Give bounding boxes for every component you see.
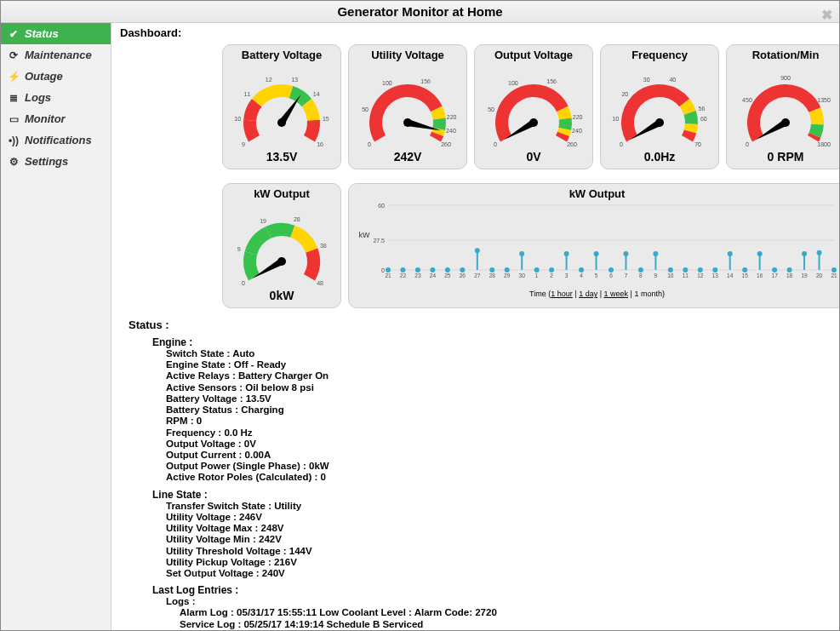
sidebar-item-label: Notifications (25, 134, 92, 146)
svg-text:260: 260 (567, 141, 577, 147)
logs-icon: ≣ (8, 92, 20, 104)
gauge-value: 13.5V (266, 150, 298, 163)
svg-text:9: 9 (242, 141, 245, 147)
svg-text:4: 4 (580, 272, 583, 278)
sidebar-item-label: Outage (25, 70, 63, 83)
svg-point-27 (529, 118, 538, 127)
svg-text:56: 56 (699, 106, 706, 112)
title-bar: Generator Monitor at Home ✖ (1, 1, 839, 23)
svg-point-130 (728, 251, 733, 256)
svg-text:22: 22 (400, 272, 407, 278)
engine-item: Active Sensors : Oil below 8 psi (166, 382, 831, 393)
monitor-icon: ▭ (8, 113, 20, 125)
svg-text:20: 20 (621, 91, 628, 97)
sidebar-item-notifications[interactable]: •))Notifications (1, 129, 111, 151)
gauge-title: Battery Voltage (242, 49, 322, 61)
svg-text:3: 3 (565, 272, 569, 278)
sidebar-item-maintenance[interactable]: ⟳Maintenance (1, 44, 111, 66)
kw-output-chart: kW Output027.560kW2122232425262728293012… (348, 183, 839, 308)
svg-text:9: 9 (654, 272, 658, 278)
gauge-value: 0 RPM (768, 150, 804, 163)
gauge-output-voltage: Output Voltage0501001562202402600V (474, 44, 593, 169)
svg-point-97 (564, 251, 569, 256)
svg-point-52 (277, 257, 286, 266)
svg-text:18: 18 (786, 272, 793, 278)
svg-text:19: 19 (801, 272, 808, 278)
svg-text:21: 21 (831, 272, 837, 278)
time-1day[interactable]: 1 day (579, 290, 597, 298)
svg-text:26: 26 (460, 272, 466, 278)
engine-item: Switch State : Auto (166, 348, 831, 359)
settings-gear-icon[interactable]: ✖ (821, 4, 832, 26)
svg-text:19: 19 (260, 218, 266, 224)
log-entry: Service Log : 05/25/17 14:19:14 Schedule… (180, 619, 831, 630)
line-state-item: Set Output Voltage : 240V (166, 568, 831, 579)
svg-text:100: 100 (508, 80, 518, 86)
app-title: Generator Monitor at Home (337, 4, 502, 19)
gauge-row: Battery Voltage91011121314151613.5VUtili… (222, 44, 831, 308)
svg-text:14: 14 (313, 91, 320, 97)
notifications-icon: •)) (8, 135, 20, 146)
svg-text:11: 11 (243, 91, 250, 97)
svg-point-79 (475, 248, 480, 253)
gauge-kw-output: kW Output09192838480kW (222, 183, 341, 308)
log-entry: Alarm Log : 05/31/17 15:55:11 Low Coolan… (180, 607, 831, 618)
gauge-rotation-min: Rotation/Min0450900135018000 RPM (726, 44, 839, 169)
svg-text:24: 24 (430, 272, 437, 278)
svg-text:25: 25 (444, 272, 451, 278)
engine-item: Frequency : 0.0 Hz (166, 427, 831, 439)
time-1month[interactable]: 1 month (634, 290, 662, 298)
svg-text:29: 29 (504, 272, 511, 278)
svg-text:70: 70 (694, 141, 701, 147)
gauge-battery-voltage: Battery Voltage91011121314151613.5V (222, 44, 341, 169)
svg-text:9: 9 (237, 246, 241, 252)
svg-text:21: 21 (385, 272, 391, 278)
svg-text:38: 38 (320, 243, 327, 249)
status-heading: Status : (129, 318, 831, 331)
chart-title: kW Output (354, 187, 839, 200)
svg-text:2: 2 (550, 272, 553, 278)
svg-text:12: 12 (697, 272, 704, 278)
engine-item: Battery Status : Charging (166, 404, 831, 416)
engine-item: Output Current : 0.00A (166, 450, 831, 461)
chart-body: 027.560kW2122232425262728293012345678910… (354, 200, 839, 288)
svg-text:10: 10 (234, 116, 241, 122)
maintenance-icon: ⟳ (8, 49, 20, 61)
svg-text:900: 900 (780, 75, 791, 81)
gauge-dial: 010203040566070 (604, 63, 715, 148)
gauge-utility-voltage: Utility Voltage050100156220240260242V (348, 44, 467, 169)
svg-text:14: 14 (727, 272, 734, 278)
gauge-title: Rotation/Min (752, 49, 820, 61)
svg-text:kW: kW (359, 231, 371, 239)
gauge-value: 0V (526, 150, 540, 163)
svg-text:0: 0 (494, 141, 497, 147)
svg-text:20: 20 (816, 272, 823, 278)
sidebar-item-logs[interactable]: ≣Logs (1, 87, 111, 108)
svg-text:240: 240 (446, 128, 456, 134)
svg-text:156: 156 (546, 78, 557, 84)
svg-text:15: 15 (742, 272, 749, 278)
sidebar-item-label: Monitor (25, 112, 66, 125)
svg-text:17: 17 (772, 272, 779, 278)
time-1week[interactable]: 1 week (604, 290, 629, 298)
sidebar-item-label: Settings (25, 155, 68, 168)
svg-point-145 (802, 251, 807, 256)
svg-text:30: 30 (643, 77, 650, 83)
gauge-title: Utility Voltage (371, 49, 444, 61)
engine-item: Output Voltage : 0V (166, 439, 831, 450)
line-state-item: Utility Pickup Voltage : 216V (166, 557, 831, 568)
sidebar-item-settings[interactable]: ⚙Settings (1, 151, 111, 172)
sidebar-item-status[interactable]: ✔Status (1, 23, 111, 44)
engine-item: Engine State : Off - Ready (166, 359, 831, 370)
svg-text:1800: 1800 (817, 141, 831, 147)
dashboard-heading: Dashboard: (120, 26, 831, 39)
time-1hour[interactable]: 1 hour (551, 290, 573, 298)
line-state-item: Utility Voltage Min : 242V (166, 534, 831, 545)
settings-icon: ⚙ (8, 156, 20, 168)
svg-point-88 (519, 251, 524, 256)
gauge-dial: 0919283848 (226, 202, 337, 287)
sidebar-item-monitor[interactable]: ▭Monitor (1, 108, 111, 129)
svg-text:48: 48 (317, 280, 323, 286)
line-state-item: Transfer Switch State : Utility (166, 501, 831, 512)
sidebar-item-outage[interactable]: ⚡Outage (1, 66, 111, 87)
